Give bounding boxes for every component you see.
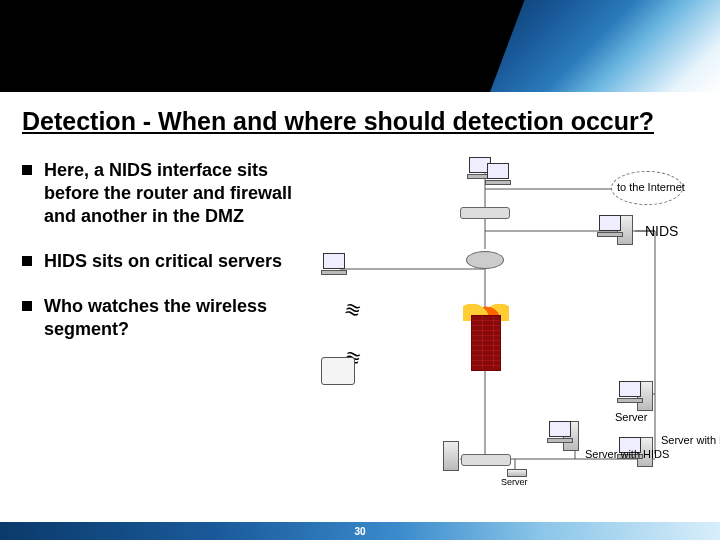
slide-footer: 30 xyxy=(0,522,720,540)
workstation-icon xyxy=(319,253,349,277)
slide-body: Detection - When and where should detect… xyxy=(0,92,720,522)
device-icon xyxy=(507,469,527,477)
server-icon xyxy=(443,441,459,471)
bullet-item: Who watches the wireless segment? xyxy=(22,295,307,341)
device-label: Server xyxy=(501,477,528,487)
firewall-icon xyxy=(471,315,501,371)
server-hids-monitor-icon xyxy=(545,421,575,445)
workstation-icon xyxy=(483,163,513,187)
slide-title: Detection - When and where should detect… xyxy=(22,106,698,137)
hub-icon xyxy=(460,207,510,219)
banner-accent-graphic xyxy=(490,0,720,92)
nids-label: NIDS xyxy=(645,223,678,239)
network-diagram: to the Internet NIDS ≋ ≋ Server xyxy=(315,159,695,479)
internet-label: to the Internet xyxy=(617,181,685,193)
server-hids-label: Server with HIDS xyxy=(585,449,629,461)
bullet-item: HIDS sits on critical servers xyxy=(22,250,307,273)
page-number: 30 xyxy=(354,526,365,537)
hub-icon xyxy=(461,454,511,466)
nids-monitor-icon xyxy=(595,215,625,239)
server-label: Server xyxy=(615,411,647,423)
server-monitor-icon xyxy=(615,381,645,405)
bullet-item: Here, a NIDS interface sits before the r… xyxy=(22,159,307,228)
server-hids-label: Server with HIDS xyxy=(661,435,705,447)
wireless-ap-icon xyxy=(321,357,355,385)
bullet-list: Here, a NIDS interface sits before the r… xyxy=(22,159,307,479)
slide-banner xyxy=(0,0,720,92)
